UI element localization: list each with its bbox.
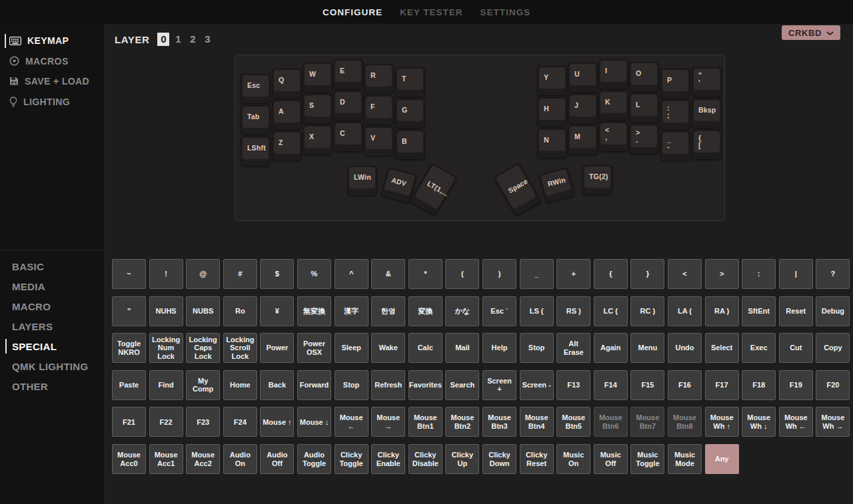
keycode-f21[interactable]: F21 bbox=[112, 407, 146, 437]
keycode-mouse-btn1[interactable]: Mouse Btn1 bbox=[409, 407, 442, 437]
key-w[interactable]: W bbox=[303, 63, 333, 93]
layer-1[interactable]: 1 bbox=[172, 33, 184, 46]
category-qmk-lighting[interactable]: QMK LIGHTING bbox=[0, 356, 105, 376]
keycode-clicky-toggle[interactable]: Clicky Toggle bbox=[335, 444, 369, 474]
key-lwin[interactable]: LWin bbox=[347, 166, 377, 196]
keycode-mail[interactable]: Mail bbox=[445, 333, 479, 363]
key-c[interactable]: C bbox=[333, 122, 363, 152]
category-other[interactable]: OTHER bbox=[0, 376, 105, 396]
keycode-mouse-wh[interactable]: Mouse Wh ↑ bbox=[705, 407, 739, 437]
key-m[interactable]: M bbox=[568, 125, 598, 155]
category-basic[interactable]: BASIC bbox=[0, 256, 105, 276]
keycode-home[interactable]: Home bbox=[223, 370, 257, 400]
keycode-mouse[interactable]: Mouse ← bbox=[335, 407, 369, 437]
key-space[interactable]: Space bbox=[493, 162, 542, 216]
keycode-locking-num-lock[interactable]: Locking Num Lock bbox=[149, 333, 183, 363]
keycode-mouse-wh[interactable]: Mouse Wh → bbox=[816, 407, 850, 437]
keycode-mouse-btn2[interactable]: Mouse Btn2 bbox=[445, 407, 479, 437]
keycode-key[interactable]: + bbox=[556, 259, 590, 289]
key-t[interactable]: T bbox=[395, 67, 425, 97]
keycode-clicky-up[interactable]: Clicky Up bbox=[445, 444, 479, 474]
key-j[interactable]: J bbox=[568, 94, 598, 124]
keycode-clicky-down[interactable]: Clicky Down bbox=[482, 444, 516, 474]
keycode-key[interactable]: { bbox=[594, 259, 628, 289]
keycode-clicky-disable[interactable]: Clicky Disable bbox=[409, 444, 442, 474]
keycode-key[interactable]: ! bbox=[149, 259, 183, 289]
key-n[interactable]: N bbox=[537, 128, 567, 158]
keycode-sleep[interactable]: Sleep bbox=[335, 333, 369, 363]
keycode-forward[interactable]: Forward bbox=[297, 370, 331, 400]
keyboard-select-dropdown[interactable]: CRKBD bbox=[782, 25, 840, 40]
keycode-power-osx[interactable]: Power OSX bbox=[297, 333, 331, 363]
keycode-key[interactable]: 無変換 bbox=[297, 296, 331, 326]
key-a[interactable]: A bbox=[272, 100, 302, 130]
keycode-mouse-wh[interactable]: Mouse Wh ↓ bbox=[742, 407, 776, 437]
keycode-mouse-acc2[interactable]: Mouse Acc2 bbox=[186, 444, 220, 474]
keycode-f13[interactable]: F13 bbox=[556, 370, 590, 400]
keycode-select[interactable]: Select bbox=[705, 333, 739, 363]
category-media[interactable]: MEDIA bbox=[0, 276, 105, 296]
keycode-clicky-reset[interactable]: Clicky Reset bbox=[520, 444, 554, 474]
keycode-la[interactable]: LA ( bbox=[668, 296, 702, 326]
keycode-my-comp[interactable]: My Comp bbox=[186, 370, 220, 400]
category-layers[interactable]: LAYERS bbox=[0, 316, 105, 336]
keycode-mouse-wh[interactable]: Mouse Wh ← bbox=[779, 407, 813, 437]
keycode-key[interactable]: ~ bbox=[112, 259, 146, 289]
keycode-key[interactable]: } bbox=[630, 259, 664, 289]
key-key[interactable]: "' bbox=[692, 67, 722, 97]
keycode-screen[interactable]: Screen - bbox=[520, 370, 554, 400]
keycode-copy[interactable]: Copy bbox=[816, 333, 850, 363]
keycode-mouse-acc1[interactable]: Mouse Acc1 bbox=[149, 444, 183, 474]
keycode-ro[interactable]: Ro bbox=[223, 296, 257, 326]
sidebar-item-save-load[interactable]: SAVE + LOAD bbox=[0, 71, 105, 92]
keycode-music-off[interactable]: Music Off bbox=[594, 444, 628, 474]
keycode-mouse-acc0[interactable]: Mouse Acc0 bbox=[112, 444, 146, 474]
keycode-mouse[interactable]: Mouse ↑ bbox=[260, 407, 294, 437]
keycode-cut[interactable]: Cut bbox=[779, 333, 813, 363]
keycode-music-mode[interactable]: Music Mode bbox=[668, 444, 702, 474]
keycode-key[interactable]: 漢字 bbox=[335, 296, 369, 326]
keycode-f15[interactable]: F15 bbox=[630, 370, 664, 400]
key-key[interactable]: _- bbox=[660, 131, 690, 161]
keycode-clicky-enable[interactable]: Clicky Enable bbox=[371, 444, 405, 474]
keycode-key[interactable]: : bbox=[742, 259, 776, 289]
key-lshft[interactable]: LShft bbox=[241, 136, 271, 166]
tab-configure[interactable]: CONFIGURE bbox=[323, 7, 383, 17]
keycode-f22[interactable]: F22 bbox=[149, 407, 183, 437]
key-tab[interactable]: Tab bbox=[241, 105, 271, 135]
key-b[interactable]: B bbox=[395, 130, 425, 160]
keycode-key[interactable]: ) bbox=[482, 259, 516, 289]
key-tg-2[interactable]: TG(2) bbox=[582, 165, 612, 195]
keycode-key[interactable]: # bbox=[223, 259, 257, 289]
keycode-f19[interactable]: F19 bbox=[779, 370, 813, 400]
keycode-again[interactable]: Again bbox=[594, 333, 628, 363]
keycode-lc[interactable]: LC ( bbox=[594, 296, 628, 326]
keycode-key[interactable]: @ bbox=[186, 259, 220, 289]
keycode-mouse-btn5[interactable]: Mouse Btn5 bbox=[556, 407, 590, 437]
key-esc[interactable]: Esc bbox=[241, 74, 271, 104]
keycode-key[interactable]: かな bbox=[445, 296, 479, 326]
keycode-key[interactable]: 한영 bbox=[371, 296, 405, 326]
category-macro[interactable]: MACRO bbox=[0, 296, 105, 316]
keycode-mouse-btn3[interactable]: Mouse Btn3 bbox=[482, 407, 516, 437]
key-k[interactable]: K bbox=[598, 91, 628, 121]
keycode-locking-caps-lock[interactable]: Locking Caps Lock bbox=[186, 333, 220, 363]
keycode-f14[interactable]: F14 bbox=[594, 370, 628, 400]
keycode-exec[interactable]: Exec bbox=[742, 333, 776, 363]
keycode-key[interactable]: $ bbox=[260, 259, 294, 289]
keycode-rs[interactable]: RS ) bbox=[556, 296, 590, 326]
keycode-alt-erase[interactable]: Alt Erase bbox=[556, 333, 590, 363]
keycode-screen[interactable]: Screen + bbox=[482, 370, 516, 400]
key-v[interactable]: V bbox=[364, 126, 394, 156]
keycode-refresh[interactable]: Refresh bbox=[371, 370, 405, 400]
keycode-key[interactable]: > bbox=[705, 259, 739, 289]
keycode-key[interactable]: ? bbox=[816, 259, 850, 289]
keycode-key[interactable]: ¥ bbox=[260, 296, 294, 326]
key-i[interactable]: I bbox=[598, 59, 628, 89]
keycode-favorites[interactable]: Favorites bbox=[409, 370, 442, 400]
keycode-power[interactable]: Power bbox=[260, 333, 294, 363]
keycode-stop[interactable]: Stop bbox=[335, 370, 369, 400]
keycode-nuhs[interactable]: NUHS bbox=[149, 296, 183, 326]
layer-3[interactable]: 3 bbox=[201, 33, 213, 46]
keycode-f17[interactable]: F17 bbox=[705, 370, 739, 400]
